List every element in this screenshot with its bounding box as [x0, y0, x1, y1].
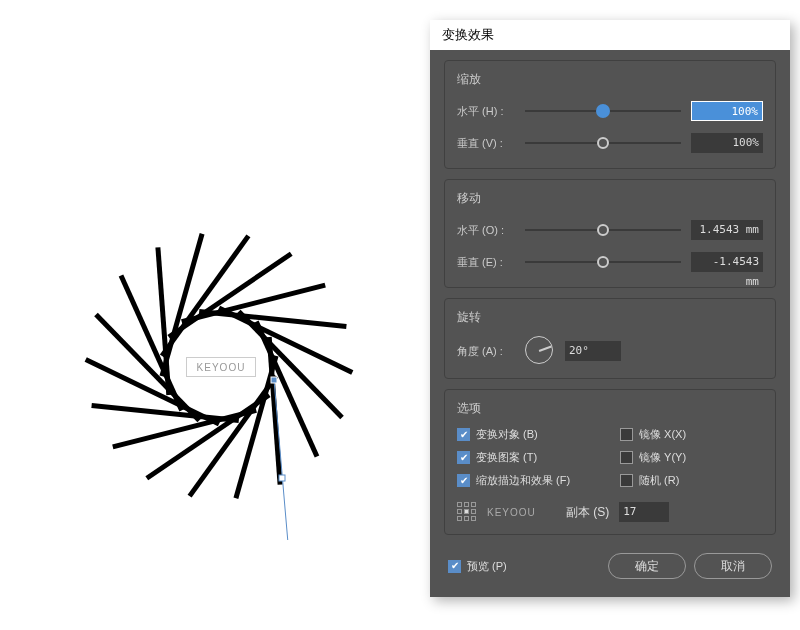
svg-line-17 [199, 312, 346, 327]
rotate-angle-input[interactable]: 20° [565, 341, 621, 361]
copies-input[interactable]: 17 [619, 502, 669, 522]
preview-label: 预览 (P) [467, 559, 507, 574]
scale-vertical-input[interactable]: 100% [691, 133, 763, 153]
rotate-title: 旋转 [457, 309, 763, 326]
scale-vertical-label: 垂直 (V) : [457, 136, 515, 151]
label-transform-pattern: 变换图案 (T) [476, 450, 537, 465]
scale-title: 缩放 [457, 71, 763, 88]
options-group: 选项 变换对象 (B) 镜像 X(X) 变换图案 (T) 镜像 Y(Y) 缩放描… [444, 389, 776, 535]
ok-button[interactable]: 确定 [608, 553, 686, 579]
scale-vertical-slider[interactable] [525, 133, 681, 153]
label-mirror-x: 镜像 X(X) [639, 427, 686, 442]
anchor-selector[interactable] [457, 502, 477, 522]
svg-line-5 [190, 376, 277, 496]
canvas-area: KEYOOU [0, 0, 430, 630]
spiral-artwork [0, 110, 420, 540]
transform-effect-dialog: 变换效果 缩放 水平 (H) : 100% 垂直 (V) : 100% [430, 20, 790, 597]
scale-horizontal-label: 水平 (H) : [457, 104, 515, 119]
svg-rect-19 [271, 377, 277, 383]
angle-dial[interactable] [525, 336, 555, 366]
move-group: 移动 水平 (O) : 1.4543 mm 垂直 (E) : -1.4543 m… [444, 179, 776, 288]
svg-rect-21 [279, 475, 285, 481]
options-title: 选项 [457, 400, 763, 417]
rotate-group: 旋转 角度 (A) : 20° [444, 298, 776, 379]
move-vertical-label: 垂直 (E) : [457, 255, 515, 270]
checkbox-transform-pattern[interactable] [457, 451, 470, 464]
svg-line-8 [92, 406, 239, 421]
keyoou-badge: KEYOOU [186, 357, 256, 377]
scale-horizontal-slider[interactable] [525, 101, 681, 121]
move-horizontal-label: 水平 (O) : [457, 223, 515, 238]
move-vertical-input[interactable]: -1.4543 mm [691, 252, 763, 272]
dialog-title: 变换效果 [430, 20, 790, 50]
rotate-angle-label: 角度 (A) : [457, 344, 515, 359]
checkbox-random[interactable] [620, 474, 633, 487]
scale-group: 缩放 水平 (H) : 100% 垂直 (V) : 100% [444, 60, 776, 169]
cancel-button[interactable]: 取消 [694, 553, 772, 579]
checkbox-scale-strokes[interactable] [457, 474, 470, 487]
copies-label: 副本 (S) [566, 504, 609, 521]
checkbox-preview[interactable] [448, 560, 461, 573]
label-mirror-y: 镜像 Y(Y) [639, 450, 686, 465]
label-transform-object: 变换对象 (B) [476, 427, 538, 442]
move-horizontal-input[interactable]: 1.4543 mm [691, 220, 763, 240]
checkbox-mirror-x[interactable] [620, 428, 633, 441]
move-title: 移动 [457, 190, 763, 207]
move-vertical-slider[interactable] [525, 252, 681, 272]
checkbox-mirror-y[interactable] [620, 451, 633, 464]
keyoou-watermark: KEYOOU [487, 507, 536, 518]
checkbox-transform-object[interactable] [457, 428, 470, 441]
scale-horizontal-input[interactable]: 100% [691, 101, 763, 121]
label-random: 随机 (R) [639, 473, 679, 488]
label-scale-strokes: 缩放描边和效果 (F) [476, 473, 570, 488]
svg-line-14 [162, 236, 249, 356]
move-horizontal-slider[interactable] [525, 220, 681, 240]
